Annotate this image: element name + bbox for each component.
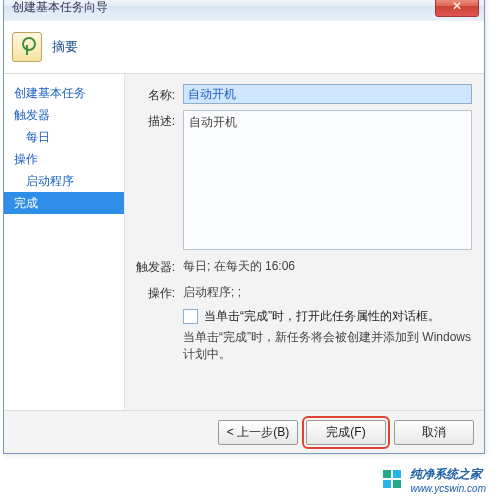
trigger-value: 每日; 在每天的 16:06 (183, 256, 472, 275)
description-label: 描述: (131, 110, 183, 130)
sidebar-item-4[interactable]: 启动程序 (4, 170, 124, 192)
svg-rect-0 (383, 470, 391, 478)
sidebar-item-2[interactable]: 每日 (4, 126, 124, 148)
open-properties-checkbox[interactable] (183, 309, 198, 324)
sidebar-item-3[interactable]: 操作 (4, 148, 124, 170)
sidebar-item-1[interactable]: 触发器 (4, 104, 124, 126)
page-title: 摘要 (52, 38, 78, 56)
wizard-icon (12, 32, 42, 62)
watermark-text: 纯净系统之家 (410, 466, 486, 483)
finish-button[interactable]: 完成(F) (306, 420, 386, 445)
title-bar[interactable]: 创建基本任务向导 ✕ (4, 0, 484, 22)
watermark-logo-icon (382, 469, 404, 491)
watermark: 纯净系统之家 www.ycswin.com (382, 466, 486, 494)
wizard-window: 创建基本任务向导 ✕ 摘要 创建基本任务触发器每日操作启动程序完成 名称: 描述… (3, 0, 485, 454)
sidebar-item-5[interactable]: 完成 (4, 192, 124, 214)
svg-rect-3 (393, 480, 401, 488)
back-button[interactable]: < 上一步(B) (218, 420, 298, 445)
summary-panel: 名称: 描述: 触发器: 每日; 在每天的 16:06 操作: 启动程序; ; (125, 74, 484, 410)
finish-note: 当单击“完成”时，新任务将会被创建并添加到 Windows 计划中。 (183, 329, 472, 363)
svg-rect-2 (383, 480, 391, 488)
close-button[interactable]: ✕ (435, 0, 479, 17)
trigger-label: 触发器: (131, 256, 183, 276)
cancel-button[interactable]: 取消 (394, 420, 474, 445)
button-bar: < 上一步(B) 完成(F) 取消 (4, 410, 484, 453)
window-title: 创建基本任务向导 (12, 0, 108, 16)
action-label: 操作: (131, 282, 183, 302)
name-label: 名称: (131, 84, 183, 104)
wizard-header: 摘要 (4, 21, 484, 74)
open-properties-label: 当单击“完成”时，打开此任务属性的对话框。 (204, 308, 440, 325)
name-field[interactable] (183, 84, 472, 104)
wizard-sidebar: 创建基本任务触发器每日操作启动程序完成 (4, 74, 125, 410)
sidebar-item-0[interactable]: 创建基本任务 (4, 82, 124, 104)
action-value: 启动程序; ; (183, 282, 472, 301)
watermark-url: www.ycswin.com (410, 483, 486, 494)
description-field[interactable] (183, 110, 472, 250)
svg-rect-1 (393, 470, 401, 478)
